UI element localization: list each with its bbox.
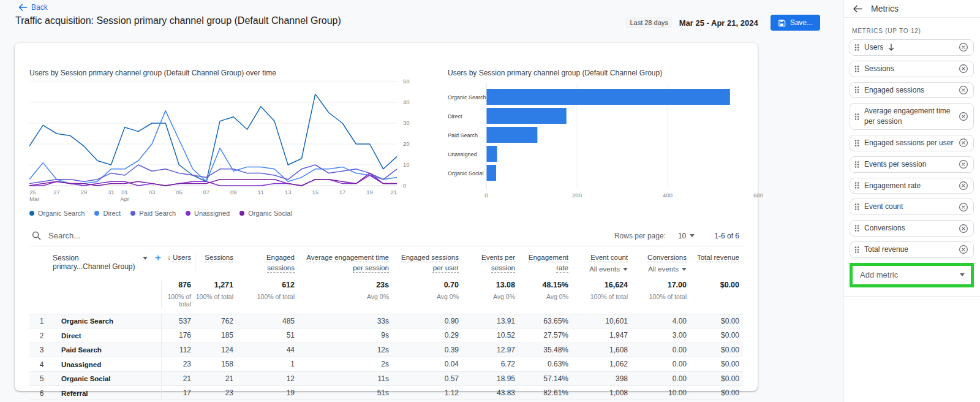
table-row[interactable]: 1 Organic Search 53776248533s0.9013.9163… <box>29 314 743 328</box>
column-header[interactable]: Total revenue <box>690 252 743 274</box>
legend-label: Organic Search <box>38 210 85 217</box>
cell-value: 0.63% <box>519 357 572 371</box>
column-filter-dropdown[interactable]: All events <box>577 264 628 275</box>
remove-metric-icon[interactable] <box>959 112 968 121</box>
metric-chip[interactable]: Event count <box>850 199 974 215</box>
column-header-label: Sessions <box>205 254 233 261</box>
metric-chip[interactable]: Conversions <box>850 220 974 237</box>
column-header[interactable]: Event countAll events <box>572 252 631 274</box>
drag-handle-icon[interactable] <box>854 161 859 169</box>
add-metric-dropdown[interactable]: Add metric <box>853 266 971 284</box>
metric-chip[interactable]: Average engagement time per session <box>850 103 974 130</box>
drag-handle-icon[interactable] <box>854 86 859 94</box>
drag-handle-icon[interactable] <box>854 246 859 254</box>
cell-value: 1,062 <box>572 357 631 371</box>
row-channel-name: Referral <box>54 390 161 397</box>
cell-value: $0.00 <box>690 357 743 371</box>
legend-item[interactable]: Paid Search <box>130 210 176 217</box>
remove-metric-icon[interactable] <box>959 42 968 52</box>
metric-chip[interactable]: Engaged sessions <box>850 82 974 99</box>
totals-value: $0.00 <box>690 280 739 291</box>
remove-metric-icon[interactable] <box>959 245 968 254</box>
totals-sublabel: 100% of total <box>631 293 687 300</box>
table-row[interactable]: 3 Paid Search 1121244412s0.3912.9735.48%… <box>29 343 743 357</box>
legend-item[interactable]: Direct <box>94 210 121 217</box>
legend-dot-icon <box>29 211 34 216</box>
metrics-section-label: METRICS (UP TO 12) <box>843 18 980 39</box>
drag-handle-icon[interactable] <box>854 224 859 232</box>
legend-item[interactable]: Organic Social <box>239 210 292 217</box>
table-row[interactable]: 4 Unassigned 2315812s0.046.720.63%1,0620… <box>29 357 743 371</box>
metric-chip[interactable]: Engagement rate <box>850 178 974 194</box>
table-row[interactable]: 2 Direct 176185519s0.2910.5227.57%1,9473… <box>29 328 743 343</box>
remove-metric-icon[interactable] <box>959 202 968 212</box>
cell-value: 185 <box>195 328 237 343</box>
rows-per-page-value[interactable]: 10 <box>678 232 686 240</box>
legend-dot-icon <box>94 211 99 216</box>
cell-value: 9s <box>298 328 393 343</box>
search-input[interactable] <box>48 231 183 240</box>
cell-value: 51s <box>298 386 393 400</box>
line-chart-block: Users by Session primary channel group (… <box>29 58 426 217</box>
bar-chart: 0200400600Organic SearchDirectPaid Searc… <box>448 78 764 206</box>
metric-chip[interactable]: Sessions <box>850 61 974 77</box>
metric-chip[interactable]: Total revenue <box>850 241 974 258</box>
column-filter-dropdown[interactable]: All events <box>636 264 687 275</box>
legend-item[interactable]: Organic Search <box>29 210 85 217</box>
column-header[interactable]: Events per session <box>462 252 519 274</box>
column-header[interactable]: Average engagement time per session <box>298 252 393 274</box>
column-header-label: Average engagement time per session <box>306 254 389 271</box>
date-preset-chip[interactable]: Last 28 days <box>626 17 671 28</box>
column-header[interactable]: Engaged sessions per user <box>393 252 462 274</box>
drag-handle-icon[interactable] <box>854 181 859 189</box>
table-row[interactable]: 6 Referral 17231951s1.1243.8382.61%1,008… <box>29 385 743 400</box>
drag-handle-icon[interactable] <box>854 65 859 73</box>
column-header[interactable]: Sessions <box>195 252 237 274</box>
cell-value: $0.00 <box>690 372 743 386</box>
cell-value: 0.29 <box>393 328 462 343</box>
metric-chip[interactable]: Events per session <box>850 156 974 173</box>
totals-value: 1,271 <box>195 280 233 291</box>
sort-descending-icon: ↓ <box>167 254 171 261</box>
remove-metric-icon[interactable] <box>959 85 968 95</box>
remove-metric-icon[interactable] <box>959 64 968 74</box>
metric-chip[interactable]: Engaged sessions per user <box>850 135 974 151</box>
bar-chart-title: Users by Session primary channel group (… <box>448 69 764 77</box>
metric-chip-label: Total revenue <box>864 245 954 255</box>
remove-metric-icon[interactable] <box>959 159 968 169</box>
date-range[interactable]: Mar 25 - Apr 21, 2024 <box>679 18 758 28</box>
table-search[interactable] <box>29 231 183 240</box>
back-link[interactable]: Back <box>18 3 48 12</box>
column-header[interactable]: Engaged sessions <box>237 252 298 274</box>
column-header[interactable]: Engagement rate <box>519 252 572 274</box>
legend-item[interactable]: Unassigned <box>186 210 230 217</box>
drag-handle-icon[interactable] <box>854 139 859 147</box>
drag-handle-icon[interactable] <box>854 203 859 211</box>
save-button[interactable]: Save... <box>771 15 820 31</box>
metric-chip[interactable]: Users <box>850 39 974 56</box>
rows-per-page-caret-icon[interactable] <box>690 234 695 237</box>
cell-value: 158 <box>195 357 237 371</box>
remove-metric-icon[interactable] <box>959 138 968 148</box>
column-header[interactable]: ConversionsAll events <box>631 252 690 274</box>
cell-value: 12 <box>237 372 298 386</box>
table-row[interactable]: 5 Organic Social 21211211s0.5718.9557.14… <box>29 371 743 386</box>
remove-metric-icon[interactable] <box>959 224 968 233</box>
cell-value: 4.00 <box>631 314 690 328</box>
dimension-header[interactable]: Session primary...Channel Group) + <box>29 252 161 274</box>
column-header[interactable]: ↓Users <box>161 252 195 274</box>
add-dimension-icon[interactable]: + <box>155 254 161 262</box>
dimension-caret-icon[interactable] <box>143 257 148 260</box>
line-chart-legend: Organic SearchDirectPaid SearchUnassigne… <box>29 210 426 217</box>
drag-handle-icon[interactable] <box>854 44 859 51</box>
metric-chip-label: Engagement rate <box>864 181 954 191</box>
totals-value: 0.70 <box>393 280 459 291</box>
cell-value: 51 <box>237 328 298 343</box>
legend-dot-icon <box>130 211 135 216</box>
pagination-range: 1-6 of 6 <box>714 232 739 240</box>
panel-back-arrow-icon[interactable] <box>853 5 862 13</box>
search-icon <box>32 231 41 240</box>
drag-handle-icon[interactable] <box>854 113 859 121</box>
cell-value: 11s <box>298 372 393 386</box>
remove-metric-icon[interactable] <box>959 181 968 191</box>
